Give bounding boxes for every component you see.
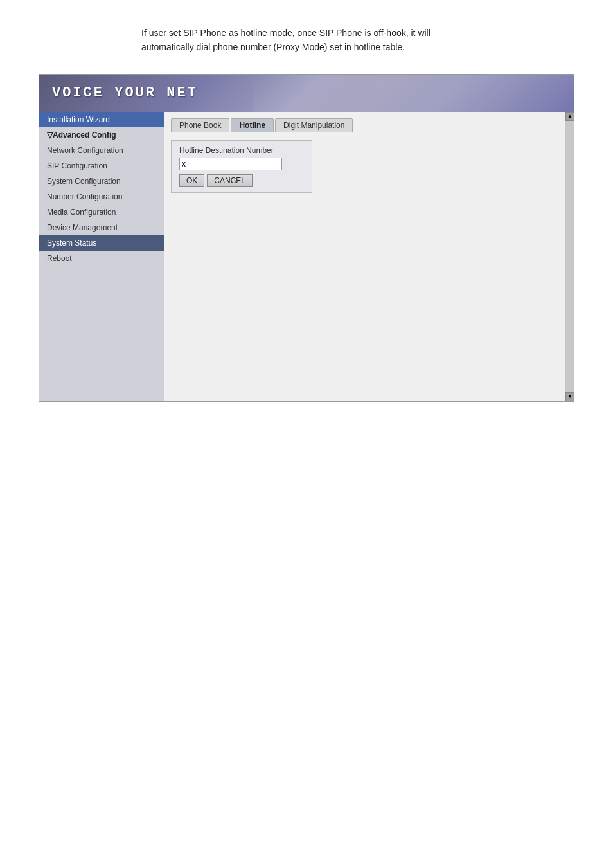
app-header: VOICE YOUR NET [39, 75, 574, 112]
tabs-bar: Phone Book Hotline Digit Manipulation [171, 118, 567, 132]
hotline-destination-input[interactable] [179, 158, 282, 170]
sidebar-item-device-management[interactable]: Device Management [39, 220, 164, 235]
sidebar-item-reboot[interactable]: Reboot [39, 251, 164, 266]
app-body-wrapper: Installation Wizard ▽Advanced Config Net… [39, 112, 574, 401]
sidebar-item-system-status[interactable]: System Status [39, 235, 164, 251]
scrollbar-down-button[interactable]: ▼ [565, 392, 574, 401]
hotline-form: Hotline Destination Number OK CANCEL [171, 140, 312, 193]
sidebar: Installation Wizard ▽Advanced Config Net… [39, 112, 164, 401]
main-content: Phone Book Hotline Digit Manipulation Ho… [164, 112, 574, 401]
app-logo: VOICE YOUR NET [52, 85, 198, 101]
hotline-destination-label: Hotline Destination Number [179, 146, 304, 155]
form-buttons: OK CANCEL [179, 174, 304, 187]
scrollbar-track: ▲ ▼ [565, 112, 574, 401]
scrollbar-up-button[interactable]: ▲ [565, 112, 574, 121]
sidebar-item-advanced-config[interactable]: ▽Advanced Config [39, 127, 164, 143]
sidebar-item-number-configuration[interactable]: Number Configuration [39, 189, 164, 204]
tab-phone-book[interactable]: Phone Book [171, 118, 229, 132]
app-container: VOICE YOUR NET Installation Wizard ▽Adva… [39, 74, 574, 402]
sidebar-item-sip-configuration[interactable]: SIP Configuration [39, 158, 164, 174]
tab-hotline[interactable]: Hotline [231, 118, 274, 132]
app-body: Installation Wizard ▽Advanced Config Net… [39, 112, 574, 401]
sidebar-item-media-configuration[interactable]: Media Configuration [39, 204, 164, 220]
sidebar-item-system-configuration[interactable]: System Configuration [39, 174, 164, 189]
intro-text: If user set SIP Phone as hotline mode, o… [0, 0, 613, 68]
sidebar-item-network-configuration[interactable]: Network Configuration [39, 143, 164, 158]
tab-digit-manipulation[interactable]: Digit Manipulation [275, 118, 353, 132]
sidebar-item-installation-wizard[interactable]: Installation Wizard [39, 112, 164, 127]
ok-button[interactable]: OK [179, 174, 204, 187]
cancel-button[interactable]: CANCEL [207, 174, 253, 187]
